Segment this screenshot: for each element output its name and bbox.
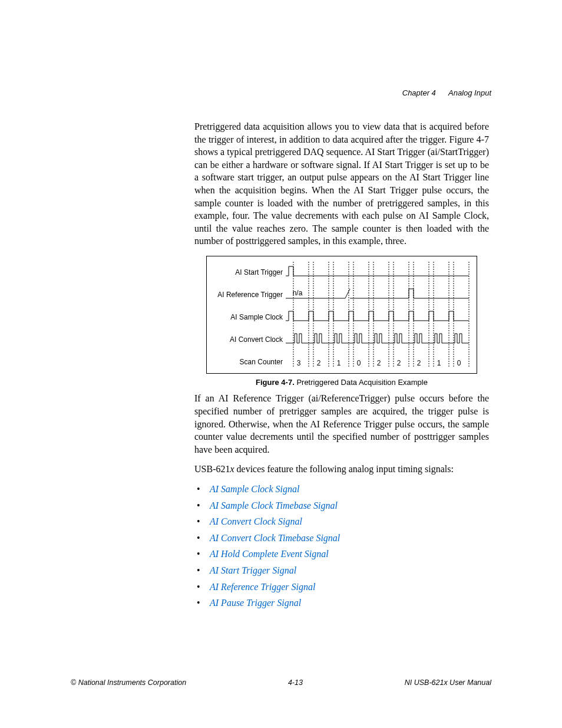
scan-val-7: 1	[437, 359, 441, 367]
na-text: n/a	[293, 289, 303, 297]
paragraph-1: Pretriggered data acquisition allows you…	[194, 120, 489, 248]
signal-link-list: AI Sample Clock Signal AI Sample Clock T…	[194, 483, 489, 610]
link-ai-convert-clock[interactable]: AI Convert Clock Signal	[210, 516, 302, 526]
label-convert-clock: AI Convert Clock	[230, 335, 283, 344]
timing-diagram-svg: AI Start Trigger AI Reference Trigger AI…	[206, 256, 477, 374]
page-footer: © National Instruments Corporation 4-13 …	[71, 678, 491, 687]
label-reference-trigger: AI Reference Trigger	[217, 291, 283, 299]
label-sample-clock: AI Sample Clock	[230, 313, 283, 321]
paragraph-2: If an AI Reference Trigger (ai/Reference…	[194, 392, 489, 456]
scan-val-0: 3	[297, 359, 301, 367]
link-ai-sample-clock[interactable]: AI Sample Clock Signal	[210, 484, 299, 494]
p3-rest: devices feature the following analog inp…	[234, 464, 454, 474]
link-ai-reference-trigger[interactable]: AI Reference Trigger Signal	[210, 582, 315, 592]
link-ai-sample-clock-timebase[interactable]: AI Sample Clock Timebase Signal	[210, 500, 338, 510]
scan-val-8: 0	[457, 359, 461, 367]
body-content: Pretriggered data acquisition allows you…	[194, 120, 489, 610]
link-ai-hold-complete[interactable]: AI Hold Complete Event Signal	[210, 549, 329, 559]
scan-val-3: 0	[357, 359, 361, 367]
footer-right: NI USB-621x User Manual	[405, 678, 491, 687]
header-title: Analog Input	[448, 88, 491, 97]
footer-left: © National Instruments Corporation	[71, 678, 186, 687]
chapter-label: Chapter 4	[402, 88, 436, 97]
figure-4-7: AI Start Trigger AI Reference Trigger AI…	[206, 256, 477, 388]
scan-val-5: 2	[397, 359, 401, 367]
scan-val-2: 1	[337, 359, 341, 367]
figure-caption: Figure 4-7. Pretriggered Data Acquisitio…	[206, 377, 477, 388]
p3-x: x	[230, 464, 234, 474]
link-ai-pause-trigger[interactable]: AI Pause Trigger Signal	[210, 598, 301, 608]
label-scan-counter: Scan Counter	[240, 358, 283, 366]
figure-title: Pretriggered Data Acquisition Example	[295, 378, 428, 387]
link-ai-convert-clock-timebase[interactable]: AI Convert Clock Timebase Signal	[210, 533, 340, 543]
running-header: Chapter 4 Analog Input	[402, 88, 491, 97]
paragraph-3: USB-621x devices feature the following a…	[194, 463, 489, 476]
p3-prefix: USB-621	[194, 464, 230, 474]
footer-center: 4-13	[288, 678, 303, 687]
figure-number: Figure 4-7.	[256, 378, 295, 387]
scan-val-6: 2	[417, 359, 421, 367]
scan-val-4: 2	[377, 359, 381, 367]
page: Chapter 4 Analog Input Pretriggered data…	[0, 0, 562, 728]
label-start-trigger: AI Start Trigger	[235, 268, 283, 276]
scan-val-1: 2	[317, 359, 321, 367]
link-ai-start-trigger[interactable]: AI Start Trigger Signal	[210, 565, 296, 575]
